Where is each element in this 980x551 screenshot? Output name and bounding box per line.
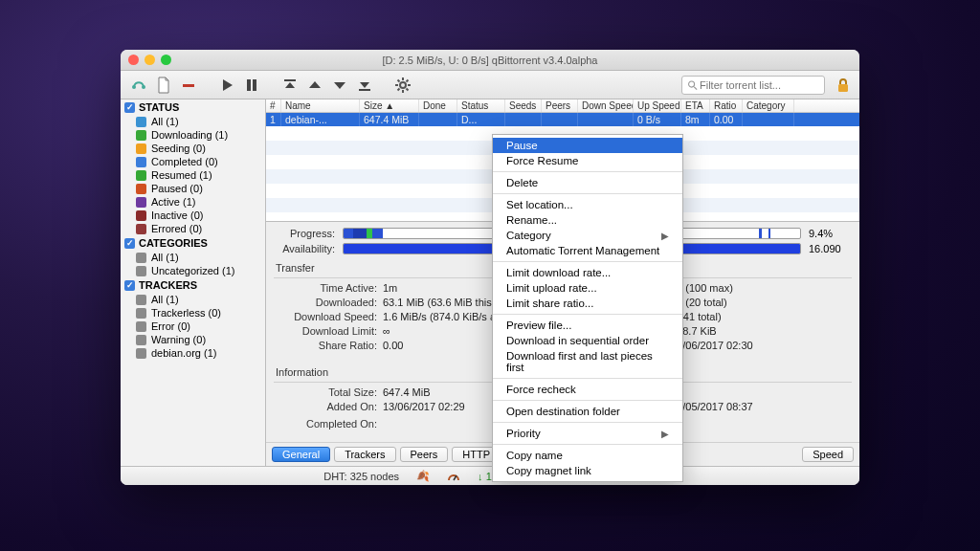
context-item[interactable]: Download first and last pieces first [493,348,682,375]
sidebar-status-header[interactable]: ✓ STATUS [121,99,265,115]
context-item[interactable]: Category▶ [493,228,682,243]
filter-input[interactable] [698,78,819,92]
move-down-icon[interactable] [329,75,350,96]
context-item-label: Download first and last pieces first [506,350,669,373]
context-item[interactable]: Limit upload rate... [493,280,682,296]
resume-icon[interactable] [216,75,237,96]
context-item[interactable]: Limit share ratio... [493,296,682,311]
table-cell: 0 B/s [634,113,681,126]
context-item[interactable]: Copy magnet link [493,463,682,478]
dl-limit-label: Download Limit: [274,325,377,337]
context-separator [493,261,682,262]
lock-icon[interactable] [835,77,852,94]
sidebar-item[interactable]: Error (0) [121,320,265,333]
sidebar-item[interactable]: Downloading (1) [121,128,265,142]
context-item[interactable]: Delete [493,175,682,190]
sidebar-item[interactable]: Seeding (0) [121,142,265,155]
context-item-label: Delete [506,177,538,188]
svg-rect-3 [247,79,251,91]
sidebar-item-label: Inactive (0) [151,209,203,221]
sidebar-item-icon [136,224,146,234]
context-item[interactable]: Rename... [493,212,682,228]
availability-value: 16.090 [809,243,852,254]
sidebar-item[interactable]: Trackerless (0) [121,306,265,320]
context-item[interactable]: Automatic Torrent Management [493,243,682,258]
context-item[interactable]: Preview file... [493,318,682,333]
submenu-arrow-icon: ▶ [661,231,669,241]
context-item-label: Limit download rate... [506,267,611,278]
table-header-cell[interactable]: Category [743,99,794,112]
add-torrent-link-icon[interactable] [128,75,149,96]
table-cell: debian-... [281,113,360,126]
table-header-cell[interactable]: Ratio [710,99,743,112]
table-header-cell[interactable]: Up Speed [634,99,681,112]
context-item[interactable]: Force recheck [493,382,682,397]
connections-value: 16 (100 max) [671,282,852,294]
move-bottom-icon[interactable] [354,75,375,96]
sidebar-item-label: Paused (0) [151,183,203,194]
context-item-label: Limit upload rate... [506,282,597,294]
sidebar-item[interactable]: debian.org (1) [121,346,265,360]
speed-button[interactable]: Speed [802,447,854,462]
sidebar-item[interactable]: Warning (0) [121,333,265,346]
table-header-cell[interactable]: # [266,99,281,112]
sidebar-item[interactable]: Resumed (1) [121,168,265,182]
delete-icon[interactable] [178,75,199,96]
context-item[interactable]: Set location... [493,197,682,212]
table-header[interactable]: #NameSize ▲DoneStatusSeedsPeersDown Spee… [266,99,859,113]
svg-point-8 [689,81,695,87]
sidebar-item[interactable]: Completed (0) [121,155,265,168]
sidebar-item-icon [136,348,146,359]
sidebar-item-label: Downloading (1) [151,129,228,141]
wasted-value: 248.7 KiB [671,325,852,337]
sidebar-categories-header[interactable]: ✓ CATEGORIES [121,235,265,251]
settings-icon[interactable] [392,75,413,96]
svg-rect-2 [183,84,194,87]
sidebar-item[interactable]: Paused (0) [121,182,265,195]
sidebar-categories-label: CATEGORIES [139,237,208,249]
table-header-cell[interactable]: Peers [542,99,578,112]
context-item-label: Open destination folder [506,406,620,417]
sidebar-item[interactable]: All (1) [121,293,265,306]
context-item[interactable]: Priority▶ [493,426,682,441]
sidebar-item[interactable]: Uncategorized (1) [121,264,265,277]
context-item-label: Automatic Torrent Management [506,245,659,256]
sidebar-item-icon [136,117,146,127]
filter-search[interactable] [681,76,825,95]
context-item[interactable]: Open destination folder [493,404,682,419]
tab-general[interactable]: General [272,447,330,462]
context-item[interactable]: Download in sequential order [493,333,682,348]
tab-trackers[interactable]: Trackers [334,447,395,462]
sidebar-item[interactable]: All (1) [121,251,265,264]
sidebar-item-label: All (1) [151,116,179,127]
sidebar-item[interactable]: Active (1) [121,195,265,209]
table-header-cell[interactable]: ETA [681,99,710,112]
pause-icon[interactable] [241,75,262,96]
tab-peers[interactable]: Peers [400,447,449,462]
table-header-cell[interactable]: Down Speed [578,99,634,112]
sidebar-item[interactable]: All (1) [121,115,265,128]
sidebar-item-label: Seeding (0) [151,143,206,154]
context-item[interactable]: Pause [493,138,682,153]
add-torrent-file-icon[interactable] [153,75,174,96]
table-row[interactable]: 1debian-...647.4 MiBD...0 B/s8m0.00 [266,113,859,126]
move-up-icon[interactable] [304,75,325,96]
table-header-cell[interactable]: Status [457,99,505,112]
context-item[interactable]: Limit download rate... [493,265,682,280]
sidebar-trackers-header[interactable]: ✓ TRACKERS [121,277,265,293]
move-top-icon[interactable] [279,75,301,96]
context-item[interactable]: Force Resume [493,153,682,168]
sidebar-item[interactable]: Inactive (0) [121,209,265,222]
sidebar-trackers-label: TRACKERS [139,279,197,291]
context-item[interactable]: Copy name [493,448,682,463]
sidebar-item-icon [136,170,146,181]
table-header-cell[interactable]: Seeds [505,99,542,112]
context-item-label: Force Resume [506,155,578,166]
sidebar-item-icon [136,335,146,345]
svg-point-1 [142,85,145,89]
table-header-cell[interactable]: Name [281,99,360,112]
sidebar-item-label: Uncategorized (1) [151,265,234,276]
table-header-cell[interactable]: Done [419,99,457,112]
table-header-cell[interactable]: Size ▲ [360,99,419,112]
sidebar-item[interactable]: Errored (0) [121,222,265,235]
